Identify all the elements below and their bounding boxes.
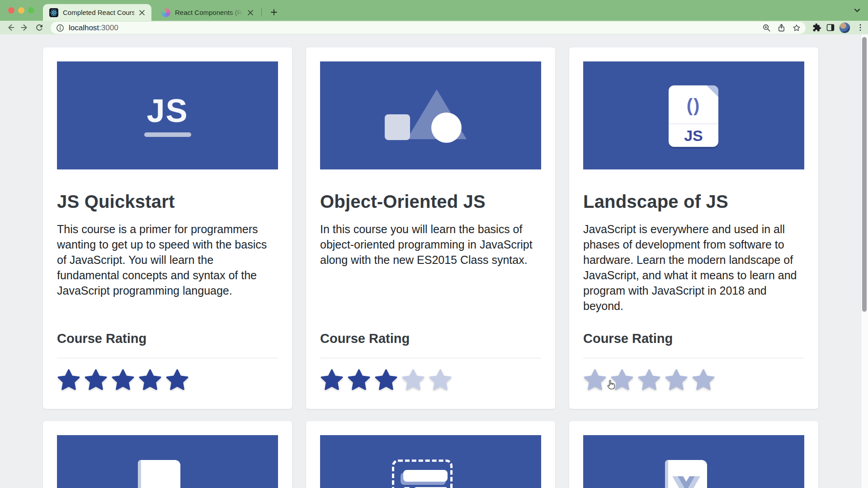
js-logo-underline — [144, 132, 191, 137]
course-card-partial-vue — [569, 421, 818, 488]
course-rating-section: Course Rating — [320, 331, 541, 392]
extensions-puzzle-icon[interactable] — [811, 22, 823, 33]
scrollbar-track[interactable] — [861, 34, 868, 488]
tab-completed-react-course-app[interactable]: Completed React Course App — [43, 4, 151, 21]
dashed-box-graphic — [392, 460, 453, 488]
course-card-grid: JS JS Quickstart This course is a primer… — [43, 47, 818, 488]
tab-close-icon[interactable] — [139, 9, 145, 17]
share-icon[interactable] — [777, 23, 786, 32]
star-icon[interactable] — [138, 368, 162, 392]
star-icon[interactable] — [165, 368, 189, 392]
tab-close-icon[interactable] — [248, 9, 254, 17]
back-button[interactable] — [5, 22, 16, 33]
tab-strip: Completed React Course App React Compone… — [0, 0, 868, 21]
reload-button[interactable] — [33, 22, 45, 33]
rating-heading: Course Rating — [583, 331, 804, 346]
tab-react-components[interactable]: React Components (Refresh 2 — [155, 4, 260, 21]
profile-avatar[interactable] — [839, 22, 850, 33]
plus-icon — [270, 9, 278, 16]
star-icon[interactable] — [429, 368, 452, 392]
rating-divider — [583, 358, 804, 358]
book-spine — [665, 460, 668, 488]
sandbox-favicon-icon — [161, 8, 170, 17]
rating-heading: Course Rating — [320, 331, 541, 346]
browser-window: Completed React Course App React Compone… — [0, 0, 868, 488]
star-icon[interactable] — [610, 368, 634, 392]
nodejs-book-graphic: node.js — [138, 460, 180, 488]
course-card-js-quickstart: JS JS Quickstart This course is a primer… — [43, 47, 292, 409]
star-icon[interactable] — [374, 368, 398, 392]
course-description: This course is a primer for programmers … — [57, 221, 278, 298]
js-logo-text: JS — [146, 94, 188, 127]
course-banner-shapes — [320, 61, 541, 169]
pill-main — [403, 470, 448, 482]
macos-minimize-button[interactable] — [18, 7, 24, 14]
rating-divider — [57, 358, 278, 358]
star-rating-widget — [583, 368, 804, 392]
macos-close-button[interactable] — [8, 7, 14, 14]
course-banner-js-file: () JS — [583, 61, 804, 169]
bookmark-star-icon[interactable] — [792, 23, 801, 33]
star-icon[interactable] — [320, 368, 344, 392]
browser-menu-dots-icon[interactable] — [854, 22, 866, 33]
file-js-text: JS — [669, 127, 718, 145]
tab-title: React Components (Refresh 2 — [175, 9, 243, 16]
star-icon[interactable] — [57, 368, 80, 392]
course-card-partial-nodejs: node.js — [43, 421, 292, 488]
course-card-landscape-of-js: () JS Landscape of JS JavaScript is ever… — [569, 47, 818, 409]
address-bar[interactable]: localhost:3000 — [51, 22, 806, 34]
rating-heading: Course Rating — [57, 331, 278, 346]
file-parens-text: () — [669, 95, 718, 116]
side-panel-icon[interactable] — [825, 22, 836, 33]
scrollbar-thumb[interactable] — [862, 37, 867, 312]
course-title: Landscape of JS — [583, 192, 804, 212]
macos-maximize-button[interactable] — [28, 7, 34, 14]
star-icon[interactable] — [692, 368, 715, 392]
book-spine — [138, 460, 141, 488]
course-banner-vue — [583, 435, 804, 488]
course-rating-section: Course Rating — [57, 331, 278, 392]
triangle-shape — [320, 61, 541, 169]
course-banner-js-logo: JS — [57, 61, 278, 169]
zoom-icon[interactable] — [762, 23, 771, 32]
star-icon[interactable] — [637, 368, 661, 392]
star-icon[interactable] — [665, 368, 688, 392]
course-title: JS Quickstart — [57, 192, 278, 212]
vue-book-graphic — [665, 460, 707, 488]
course-rating-section: Course Rating — [583, 331, 804, 392]
site-info-icon[interactable] — [56, 24, 64, 32]
tab-search-chevron-icon[interactable] — [853, 6, 862, 15]
star-icon[interactable] — [401, 368, 425, 392]
course-banner-dashed-box — [320, 435, 541, 488]
page-viewport: JS JS Quickstart This course is a primer… — [0, 34, 868, 488]
react-favicon-icon — [49, 8, 58, 17]
circle-shape — [431, 113, 462, 143]
course-description: JavaScript is everywhere and used in all… — [583, 221, 804, 314]
course-description: In this course you will learn the basics… — [320, 221, 541, 267]
course-card-partial-dashed — [306, 421, 555, 488]
square-shape — [385, 114, 410, 140]
tab-title: Completed React Course App — [63, 9, 134, 16]
course-card-object-oriented-js: Object-Oriented JS In this course you wi… — [306, 47, 555, 409]
star-icon[interactable] — [583, 368, 607, 392]
file-divider — [669, 123, 718, 124]
forward-button[interactable] — [19, 22, 31, 33]
course-banner-nodejs: node.js — [57, 435, 278, 488]
vue-v-icon — [672, 476, 700, 488]
star-icon[interactable] — [84, 368, 108, 392]
star-rating-widget — [57, 368, 278, 392]
course-title: Object-Oriented JS — [320, 192, 541, 212]
new-tab-button[interactable] — [268, 6, 280, 19]
star-rating-widget — [320, 368, 541, 392]
js-file-icon: () JS — [669, 85, 718, 147]
tab-divider — [261, 8, 262, 16]
star-icon[interactable] — [111, 368, 135, 392]
rating-divider — [320, 358, 541, 358]
star-icon[interactable] — [347, 368, 371, 392]
url-text: localhost:3000 — [69, 23, 118, 33]
